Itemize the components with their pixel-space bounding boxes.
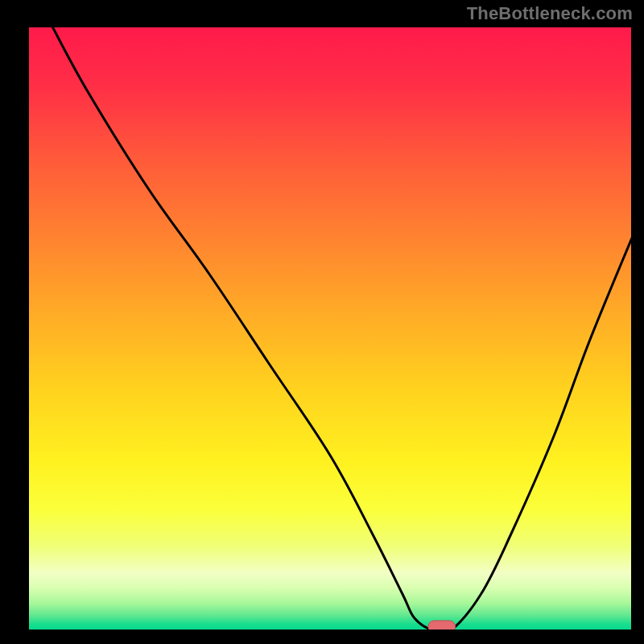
chart-svg <box>0 0 644 644</box>
plot-background <box>28 27 632 630</box>
stage: TheBottleneck.com <box>0 0 644 644</box>
